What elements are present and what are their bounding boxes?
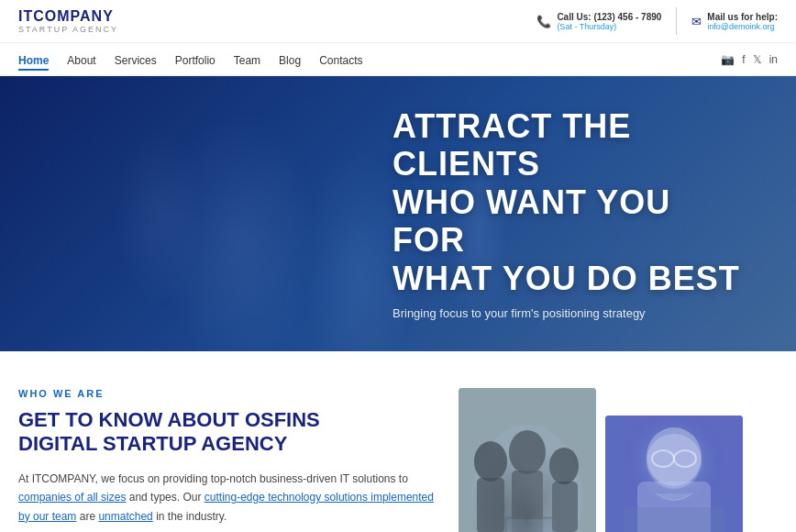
hero-title: ATTRACT THE CLIENTS WHO WANT YOU FOR WHA…	[392, 107, 741, 297]
about-body-text2: and types. Our	[129, 491, 202, 504]
about-body-text1: At ITCOMPANY, we focus on providing top-…	[18, 472, 408, 485]
team-image-svg	[459, 388, 596, 532]
nav-item-home[interactable]: Home	[18, 51, 49, 68]
phone-label: Call Us: (123) 456 - 7890	[557, 12, 661, 22]
contact-area: 📞 Call Us: (123) 456 - 7890 (Sat - Thurs…	[536, 7, 778, 35]
company-tagline: STARTUP AGENCY	[18, 25, 118, 34]
top-bar: ITCOMPANY STARTUP AGENCY 📞 Call Us: (123…	[0, 0, 796, 43]
svg-rect-12	[637, 482, 711, 532]
mail-contact: ✉ Mail us for help: info@demoink.org	[691, 12, 778, 31]
hero-section: ATTRACT THE CLIENTS WHO WANT YOU FOR WHA…	[0, 76, 796, 351]
person-image-svg	[605, 416, 743, 532]
nav-item-about[interactable]: About	[67, 51, 95, 68]
svg-rect-3	[477, 478, 504, 532]
svg-rect-0	[459, 388, 596, 532]
hero-title-line3: WHAT YOU DO BEST	[392, 260, 741, 297]
mail-icon: ✉	[691, 15, 702, 28]
about-title: GET TO KNOW ABOUT OSFINS DIGITAL STARTUP…	[18, 408, 440, 457]
phone-icon: 📞	[536, 15, 551, 28]
phone-contact: 📞 Call Us: (123) 456 - 7890 (Sat - Thurs…	[536, 12, 661, 31]
svg-point-4	[509, 430, 546, 474]
about-title-line1: GET TO KNOW ABOUT OSFINS	[18, 408, 440, 432]
twitter-icon[interactable]: 𝕏	[753, 53, 762, 66]
about-title-line2: DIGITAL STARTUP AGENCY	[18, 432, 440, 456]
instagram-icon[interactable]: 📷	[721, 53, 735, 66]
svg-rect-7	[552, 482, 578, 532]
mail-label: Mail us for help:	[707, 12, 778, 22]
svg-rect-10	[605, 416, 743, 532]
hero-title-line2: WHO WANT YOU FOR	[392, 183, 741, 260]
phone-sub: (Sat - Thursday)	[557, 22, 661, 31]
nav-item-contacts[interactable]: Contacts	[319, 51, 362, 68]
svg-point-14	[674, 450, 696, 467]
about-body-highlight1: companies of all sizes	[18, 491, 126, 504]
nav-item-team[interactable]: Team	[234, 51, 260, 68]
about-body-highlight3: unmatched	[98, 510, 152, 523]
about-images	[459, 388, 743, 532]
svg-rect-8	[504, 516, 555, 532]
navbar: Home About Services Portfolio Team Blog …	[0, 43, 796, 76]
hero-title-line1: ATTRACT THE CLIENTS	[392, 107, 741, 183]
svg-point-6	[549, 448, 579, 484]
nav-links: Home About Services Portfolio Team Blog …	[18, 51, 362, 68]
who-we-are-label: WHO WE ARE	[18, 388, 440, 399]
nav-item-services[interactable]: Services	[115, 51, 157, 68]
facebook-icon[interactable]: f	[742, 53, 745, 66]
mail-value: info@demoink.org	[707, 22, 778, 31]
about-image-2	[605, 416, 743, 532]
scroll-dots	[18, 526, 440, 532]
hero-subtitle: Bringing focus to your firm's positionin…	[392, 306, 741, 320]
nav-item-blog[interactable]: Blog	[279, 51, 301, 68]
about-text-block: WHO WE ARE GET TO KNOW ABOUT OSFINS DIGI…	[18, 388, 440, 532]
nav-item-portfolio[interactable]: Portfolio	[175, 51, 216, 68]
company-name: ITCOMPANY	[18, 8, 118, 25]
logo: ITCOMPANY STARTUP AGENCY	[18, 8, 118, 34]
svg-point-11	[647, 427, 702, 486]
svg-rect-5	[512, 471, 543, 532]
svg-point-2	[474, 441, 507, 482]
about-body-text4: in the industry.	[156, 510, 227, 523]
about-section: WHO WE ARE GET TO KNOW ABOUT OSFINS DIGI…	[0, 351, 796, 532]
nav-social-icons: 📷 f 𝕏 in	[721, 53, 778, 66]
linkedin-icon[interactable]: in	[769, 53, 778, 66]
svg-point-13	[652, 450, 674, 467]
about-image-1	[459, 388, 596, 532]
hero-content: ATTRACT THE CLIENTS WHO WANT YOU FOR WHA…	[392, 107, 741, 320]
svg-rect-9	[507, 519, 552, 532]
about-body-text3: are	[80, 510, 95, 523]
vertical-divider	[676, 7, 677, 35]
about-body: At ITCOMPANY, we focus on providing top-…	[18, 470, 440, 526]
